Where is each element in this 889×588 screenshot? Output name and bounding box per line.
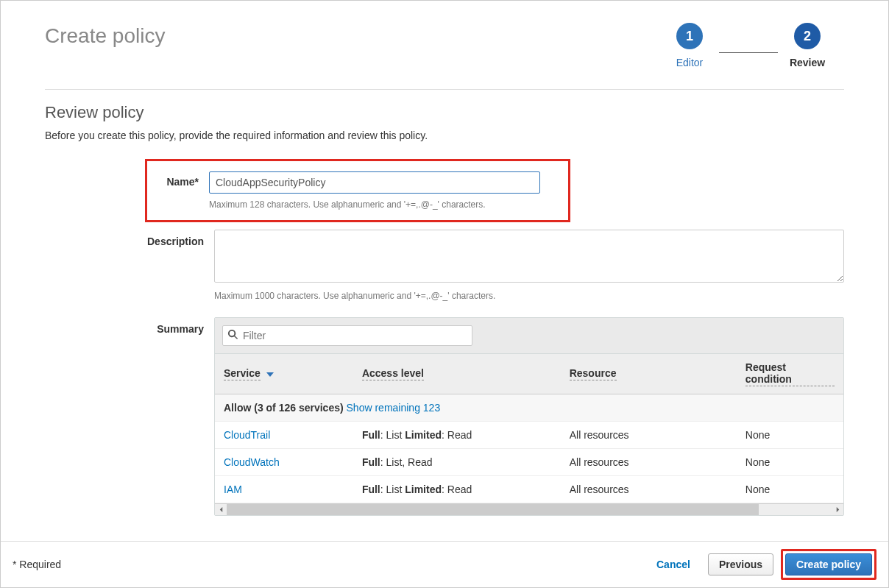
condition-cell: None [737,449,843,476]
wizard-stepper: 1 Editor 2 Review [660,18,837,68]
resource-cell: All resources [561,422,737,449]
name-field-highlight: Name* Maximum 128 characters. Use alphan… [145,159,570,222]
cancel-button[interactable]: Cancel [646,554,701,575]
step-label: Review [790,57,825,68]
access-cell: Full: List Limited: Read [353,476,561,503]
service-link[interactable]: IAM [224,483,242,495]
condition-cell: None [737,422,843,449]
col-header-access[interactable]: Access level [353,354,561,394]
access-cell: Full: List Limited: Read [353,422,561,449]
horizontal-scrollbar[interactable] [215,503,843,515]
col-header-condition[interactable]: Request condition [737,354,843,394]
required-note: * Required [13,559,61,570]
condition-cell: None [737,476,843,503]
name-input[interactable] [209,171,540,194]
filter-input-wrap[interactable] [222,325,472,346]
create-button-highlight: Create policy [781,549,876,580]
group-label: Allow (3 of 126 services) [224,402,347,414]
section-desc: Before you create this policy, provide t… [45,130,844,141]
col-header-resource[interactable]: Resource [561,354,737,394]
previous-button[interactable]: Previous [708,553,773,575]
description-label: Description [45,230,214,247]
step-editor[interactable]: 1 Editor [660,23,719,68]
table-group-row: Allow (3 of 126 services) Show remaining… [215,394,843,422]
scroll-thumb[interactable] [227,504,759,515]
resource-cell: All resources [561,449,737,476]
scroll-right-icon[interactable] [832,504,843,515]
description-hint: Maximum 1000 characters. Use alphanumeri… [214,291,844,301]
service-link[interactable]: CloudTrail [224,429,270,441]
sort-caret-icon [266,372,274,377]
resource-cell: All resources [561,476,737,503]
access-cell: Full: List, Read [353,449,561,476]
step-review: 2 Review [778,23,837,68]
footer-bar: * Required Cancel Previous Create policy [1,541,888,587]
step-connector [719,52,778,53]
show-remaining-link[interactable]: Show remaining 123 [347,402,441,414]
name-hint: Maximum 128 characters. Use alphanumeric… [209,199,562,210]
description-input[interactable] [214,230,844,283]
filter-input[interactable] [241,329,467,342]
summary-table: Service Access level Resource [215,354,843,503]
summary-label: Summary [45,317,214,335]
table-row: CloudWatch Full: List, Read All resource… [215,449,843,476]
name-label: Name* [147,171,209,210]
scroll-left-icon[interactable] [215,504,227,515]
col-header-service[interactable]: Service [215,354,353,394]
table-row: CloudTrail Full: List Limited: Read All … [215,422,843,449]
section-title: Review policy [45,103,844,122]
summary-toolbar [215,318,843,354]
service-link[interactable]: CloudWatch [224,456,280,468]
step-number: 2 [794,23,821,49]
scroll-track[interactable] [227,504,832,515]
page-title: Create policy [45,24,165,48]
table-header-row: Service Access level Resource [215,354,843,394]
summary-panel: Service Access level Resource [214,317,844,516]
search-icon [227,329,241,342]
table-row: IAM Full: List Limited: Read All resourc… [215,476,843,503]
divider [45,89,844,90]
create-policy-button[interactable]: Create policy [785,553,872,575]
step-label: Editor [676,57,704,68]
step-number: 1 [676,23,703,49]
